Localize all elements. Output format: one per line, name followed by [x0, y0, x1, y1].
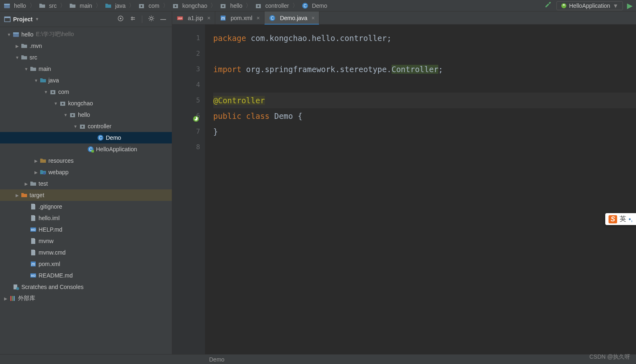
tree-node[interactable]: ▶test — [0, 178, 172, 189]
tree-arrow-icon[interactable]: ▼ — [43, 90, 49, 94]
tree-arrow-icon[interactable]: ▶ — [23, 182, 30, 186]
breadcrumb-item[interactable]: src — [39, 2, 57, 9]
code-line[interactable] — [213, 77, 636, 93]
tree-arrow-icon[interactable]: ▶ — [33, 159, 39, 163]
line-number[interactable]: 8 — [172, 139, 200, 155]
code-line[interactable]: public class Demo { — [213, 108, 636, 124]
editor-gutter[interactable]: 12345678 — [172, 25, 205, 354]
tree-node[interactable]: ▼com — [0, 86, 172, 98]
folder-icon — [30, 66, 37, 72]
tree-arrow-icon[interactable]: ▼ — [33, 78, 39, 83]
tree-node[interactable]: .gitignore — [0, 201, 172, 212]
tree-node[interactable]: ▶resources — [0, 155, 172, 166]
code-line[interactable]: package com.kongchao.hello.controller; — [213, 30, 636, 46]
line-number[interactable]: 5 — [172, 93, 200, 108]
line-number[interactable]: 7 — [172, 124, 200, 139]
tree-node[interactable]: ▼src — [0, 52, 172, 63]
line-number[interactable]: 4 — [172, 77, 200, 93]
run-button[interactable]: ▶ — [627, 1, 633, 10]
tree-arrow-icon[interactable]: ▼ — [23, 67, 30, 71]
project-tree[interactable]: ▼helloE:\学习吧\hello▶.mvn▼src▼main▼java▼co… — [0, 27, 172, 354]
svg-text:MD: MD — [31, 228, 36, 231]
tree-arrow-icon[interactable]: ▼ — [14, 55, 21, 60]
tree-node[interactable]: ▼helloE:\学习吧\hello — [0, 29, 172, 40]
svg-rect-44 — [14, 296, 15, 301]
close-tab-icon[interactable]: × — [256, 15, 260, 21]
status-bar: Demo — [0, 354, 636, 364]
editor-code[interactable]: package com.kongchao.hello.controller;im… — [205, 25, 636, 354]
breadcrumb-item[interactable]: java — [105, 2, 126, 9]
close-tab-icon[interactable]: × — [312, 15, 315, 21]
tree-node[interactable]: hello.iml — [0, 212, 172, 224]
svg-point-5 — [175, 5, 176, 7]
class-icon: C — [97, 134, 104, 141]
tree-arrow-icon[interactable]: ▶ — [33, 170, 39, 175]
chevron-down-icon: ▼ — [613, 2, 618, 9]
breadcrumb-item[interactable]: controller — [255, 2, 289, 9]
tree-arrow-icon[interactable]: ▼ — [6, 32, 12, 37]
build-icon[interactable] — [545, 1, 552, 10]
module-icon — [12, 31, 20, 38]
breadcrumb-icon: C — [301, 2, 309, 9]
tree-node[interactable]: mvnw — [0, 235, 172, 247]
run-config-dropdown[interactable]: HelloApplication ▼ — [556, 1, 623, 10]
breadcrumb-separator: 〉 — [210, 2, 216, 9]
tree-label: mvnw.cmd — [39, 249, 66, 256]
editor-tab[interactable]: mpom.xml× — [215, 11, 264, 24]
code-line[interactable] — [213, 46, 636, 61]
breadcrumb-item[interactable]: hello — [3, 2, 26, 9]
tree-node[interactable]: CHelloApplication — [0, 143, 172, 155]
tree-label: com — [58, 89, 69, 95]
tree-node[interactable]: CDemo — [0, 132, 172, 143]
tree-node[interactable]: ▼main — [0, 63, 172, 75]
breadcrumb-icon — [39, 2, 46, 9]
ime-indicator[interactable]: S 英 •, — [605, 213, 636, 225]
editor-tab[interactable]: CDemo.java× — [264, 11, 319, 24]
line-number[interactable]: 1 — [172, 30, 200, 46]
tree-node[interactable]: ▼java — [0, 75, 172, 86]
tree-node[interactable]: mvnw.cmd — [0, 247, 172, 258]
tree-node[interactable]: ▶webapp — [0, 166, 172, 178]
expand-all-icon[interactable] — [128, 15, 138, 23]
select-opened-file-icon[interactable] — [116, 15, 125, 23]
code-line[interactable]: @Controller — [213, 93, 636, 108]
tree-node[interactable]: ▶外部库 — [0, 293, 172, 304]
code-line[interactable]: import org.springframework.stereotype.Co… — [213, 61, 636, 77]
breadcrumb-item[interactable]: main — [69, 2, 92, 9]
tree-node[interactable]: ▶target — [0, 189, 172, 201]
code-line[interactable]: } — [213, 124, 636, 139]
tree-node[interactable]: ▼controller — [0, 121, 172, 132]
line-number[interactable]: 3 — [172, 61, 200, 77]
close-tab-icon[interactable]: × — [207, 15, 210, 21]
project-tool-header[interactable]: Project ▼ — — [0, 11, 172, 27]
line-number[interactable]: 6 — [172, 108, 200, 124]
tree-node[interactable]: MDREADME.md — [0, 270, 172, 281]
tree-node[interactable]: Scratches and Consoles — [0, 281, 172, 293]
tree-arrow-icon[interactable]: ▶ — [14, 193, 21, 198]
code-line[interactable] — [213, 139, 636, 155]
ime-label: 英 — [620, 215, 626, 223]
breadcrumb-label: hello — [14, 2, 26, 9]
tree-node[interactable]: mpom.xml — [0, 258, 172, 270]
tree-arrow-icon[interactable]: ▶ — [2, 296, 9, 301]
tree-node[interactable]: ▶.mvn — [0, 40, 172, 52]
tree-label: .mvn — [30, 43, 42, 49]
breadcrumb-item[interactable]: com — [138, 2, 159, 9]
tree-arrow-icon[interactable]: ▼ — [62, 113, 69, 117]
project-sidebar: Project ▼ — ▼helloE:\学习吧\hello▶.mvn▼src▼… — [0, 11, 172, 354]
tree-arrow-icon[interactable]: ▼ — [52, 101, 59, 106]
tree-arrow-icon[interactable]: ▼ — [72, 124, 79, 129]
breadcrumb-item[interactable]: CDemo — [301, 2, 327, 9]
hide-icon[interactable]: — — [159, 16, 168, 23]
tree-node[interactable]: ▼hello — [0, 109, 172, 121]
gear-icon[interactable] — [146, 15, 156, 23]
breadcrumb-item[interactable]: hello — [219, 2, 242, 9]
line-number[interactable]: 2 — [172, 46, 200, 61]
tree-node[interactable]: MDHELP.md — [0, 224, 172, 235]
breadcrumb-icon — [172, 2, 179, 9]
tree-arrow-icon[interactable]: ▶ — [14, 44, 21, 48]
breadcrumb-item[interactable]: kongchao — [172, 2, 207, 9]
editor-tab[interactable]: JSPa1.jsp× — [172, 11, 215, 24]
chevron-down-icon: ▼ — [35, 17, 39, 21]
tree-node[interactable]: ▼kongchao — [0, 98, 172, 109]
